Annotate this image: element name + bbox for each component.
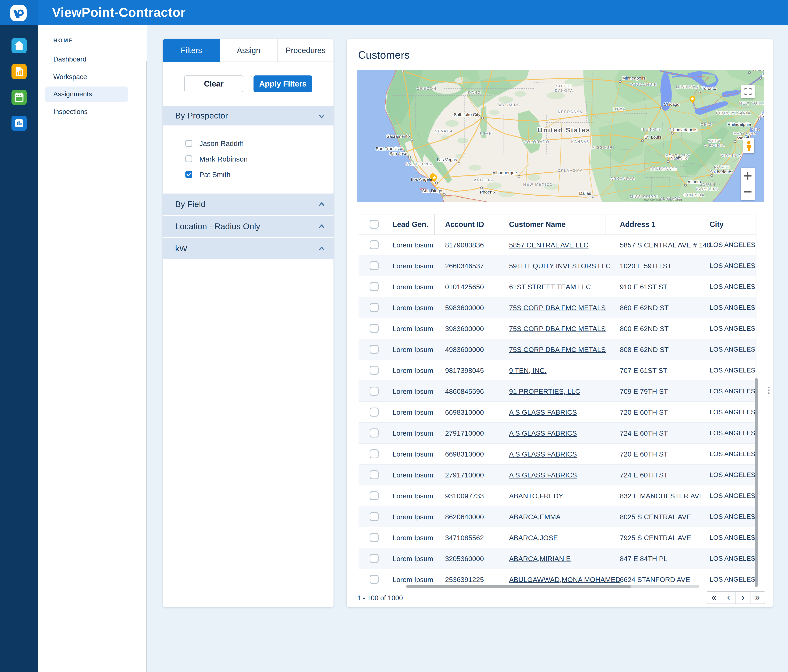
svg-text:Phoenix: Phoenix [480,190,496,194]
svg-text:Albuquerque: Albuquerque [492,170,517,175]
svg-text:Map data ©2021 Google, INEGI: Map data ©2021 Google, INEGI [644,198,682,201]
svg-text:NEBRASKA: NEBRASKA [558,110,583,114]
svg-text:NEVADA: NEVADA [435,129,453,133]
svg-text:VIRGINIA: VIRGINIA [704,144,725,147]
svg-text:KANSAS: KANSAS [571,140,589,144]
svg-text:NJ: NJ [755,128,761,132]
svg-text:PENNSYLVANIA: PENNSYLVANIA [716,111,751,115]
svg-text:NORTH: NORTH [714,165,730,170]
svg-text:Philadelphia: Philadelphia [728,122,751,127]
svg-text:OHIO: OHIO [701,123,712,127]
svg-text:SOUTH: SOUTH [556,84,572,88]
svg-text:San Jose: San Jose [389,151,407,156]
svg-text:MISSISSIPPI: MISSISSIPPI [630,195,658,199]
svg-text:WEST: WEST [708,139,721,143]
svg-text:DAKOTA: DAKOTA [555,89,573,93]
svg-text:CAROLINA: CAROLINA [696,187,719,191]
svg-text:Ottawa: Ottawa [751,70,764,71]
svg-text:NEW MEXICO: NEW MEXICO [523,182,553,187]
svg-text:Toronto: Toronto [702,86,716,90]
svg-text:Indianapolis: Indianapolis [674,127,697,132]
svg-text:Salt Lake City: Salt Lake City [454,112,480,117]
svg-text:Nashville: Nashville [670,155,688,160]
svg-text:Dallas: Dallas [579,191,591,196]
svg-text:San Francisco: San Francisco [376,146,403,151]
svg-text:IDAHO: IDAHO [466,90,481,95]
svg-text:Mon: Mon [763,72,764,77]
svg-text:Sacramento: Sacramento [387,134,410,139]
svg-text:WISCONSIN: WISCONSIN [631,82,657,87]
svg-text:New Y: New Y [761,113,764,118]
svg-text:ARKANSAS: ARKANSAS [610,177,635,181]
svg-text:NEW YORK: NEW YORK [739,101,764,105]
svg-text:Atlanta: Atlanta [688,179,701,184]
svg-text:UTAH: UTAH [480,132,492,136]
svg-text:GEORGIA: GEORGIA [683,193,705,197]
svg-text:San Diego: San Diego [422,189,442,193]
svg-text:Minneapolis: Minneapolis [622,76,645,80]
svg-text:WYOMING: WYOMING [498,103,521,107]
svg-text:Las Vegas: Las Vegas [437,157,457,162]
svg-text:OKLAHOMA: OKLAHOMA [558,168,583,173]
svg-text:COLORADO: COLORADO [524,140,549,144]
svg-text:VIRGINIA: VIRGINIA [721,154,741,158]
svg-text:MICHIGAN: MICHIGAN [676,85,699,89]
svg-text:Charlotte: Charlotte [714,170,731,174]
svg-text:United States: United States [538,126,591,134]
svg-text:OREGON: OREGON [417,87,437,90]
svg-text:TENNESSEE: TENNESSEE [650,167,677,171]
svg-text:ARIZONA: ARIZONA [474,178,494,182]
svg-text:SOUTH: SOUTH [700,182,716,187]
svg-text:Chicago: Chicago [664,102,680,106]
svg-text:MARYLAND: MARYLAND [734,132,756,136]
svg-text:CALIFORNIA: CALIFORNIA [405,162,433,166]
svg-text:ILLINOIS: ILLINOIS [642,127,661,132]
svg-text:MISSOURI: MISSOURI [591,146,614,150]
svg-text:IOWA: IOWA [613,107,626,111]
svg-text:St. Louis: St. Louis [644,135,661,139]
